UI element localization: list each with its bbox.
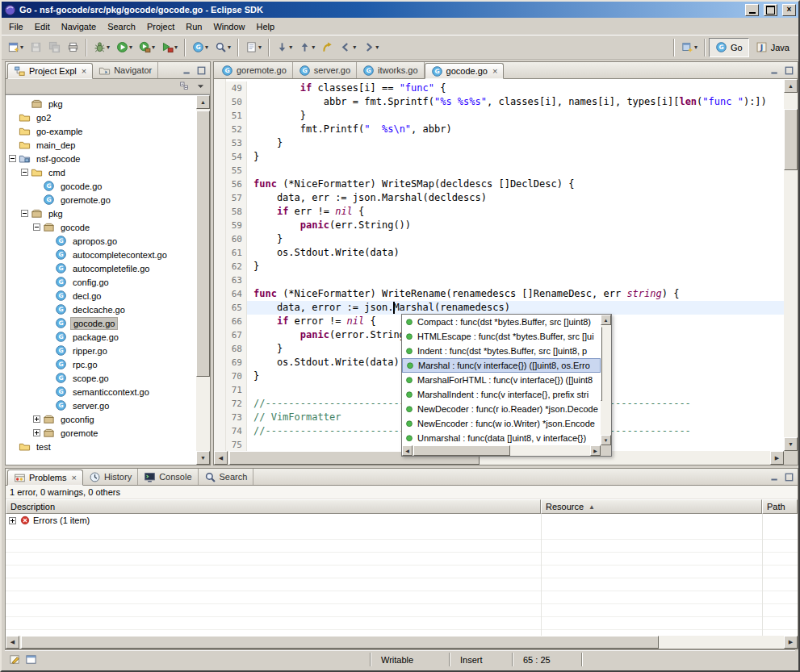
autocomplete-item[interactable]: MarshalForHTML : func(v interface{}) ([]… — [402, 373, 601, 387]
expand-box[interactable] — [33, 223, 40, 231]
scroll-right-icon[interactable]: ▶ — [770, 451, 784, 465]
code-line[interactable]: 64func (*NiceFormatter) WriteRename(rena… — [214, 287, 784, 301]
tree-item[interactable]: Grpc.go — [6, 357, 196, 371]
expand-box[interactable] — [9, 155, 16, 162]
debug-button[interactable]: ▾ — [90, 38, 113, 57]
new-go-element-button[interactable]: G▾ — [189, 38, 212, 57]
tree-item[interactable]: Gapropos.go — [6, 234, 196, 248]
dropdown-arrow-icon[interactable]: ▾ — [289, 44, 292, 51]
minimize-view-button[interactable] — [768, 65, 781, 77]
tree-item[interactable]: go-example — [6, 124, 196, 138]
tree-item[interactable]: Gautocompletecontext.go — [6, 248, 196, 261]
scroll-down-icon[interactable]: ▼ — [784, 437, 798, 451]
view-tab-project-expl[interactable]: Project Expl× — [7, 63, 93, 79]
view-tab-search[interactable]: Search — [199, 469, 254, 485]
code-line[interactable]: 61 os.Stdout.Write(data) — [214, 246, 784, 260]
view-menu-button[interactable] — [194, 80, 207, 92]
scroll-left-icon[interactable]: ◀ — [6, 636, 19, 649]
error-group-row[interactable]: Errors (1 item) — [6, 514, 798, 527]
tree-item[interactable]: pkg — [6, 207, 196, 220]
menu-project[interactable]: Project — [141, 19, 180, 34]
tree-item[interactable]: go2 — [6, 111, 196, 124]
tree-item[interactable]: Ggoremote.go — [6, 193, 196, 207]
dropdown-arrow-icon[interactable]: ▾ — [174, 44, 178, 51]
save-button[interactable] — [27, 38, 45, 57]
maximize-button[interactable] — [764, 4, 777, 16]
code-line[interactable]: 50 abbr = fmt.Sprintf("%s %s%s", classes… — [214, 95, 784, 109]
close-icon[interactable]: × — [71, 474, 76, 482]
popup-vertical-scrollbar[interactable]: ▲ ▼ — [601, 315, 611, 445]
editor-tab-server-go[interactable]: Gserver.go — [293, 62, 357, 78]
autocomplete-item[interactable]: Marshal : func(v interface{}) ([]uint8, … — [402, 358, 601, 373]
code-line[interactable]: 56func (*NiceFormatter) WriteSMap(declde… — [214, 177, 784, 191]
scrollbar-thumb[interactable] — [784, 109, 798, 170]
external-tools-button[interactable]: ▾ — [158, 38, 181, 57]
editor-vertical-scrollbar[interactable]: ▲ ▼ — [784, 79, 798, 451]
column-header-resource[interactable]: Resource▲ — [541, 499, 762, 514]
dropdown-arrow-icon[interactable]: ▾ — [107, 44, 110, 51]
tree-item[interactable]: Gpackage.go — [6, 330, 196, 344]
tree-item[interactable]: Gconfig.go — [6, 275, 196, 289]
code-line[interactable]: 59 panic(err.String()) — [214, 219, 784, 232]
previous-annotation-button[interactable]: ▾ — [295, 38, 318, 57]
expand-box[interactable] — [21, 210, 28, 217]
dropdown-arrow-icon[interactable]: ▾ — [694, 44, 697, 51]
scroll-up-icon[interactable]: ▲ — [784, 79, 798, 93]
minimize-view-button[interactable] — [180, 65, 193, 77]
explorer-scrollbar[interactable]: ▲ ▼ — [196, 95, 210, 465]
code-line[interactable]: 55 — [214, 164, 784, 177]
save-all-button[interactable] — [45, 38, 64, 57]
tree-item[interactable]: Ggocode.go — [6, 316, 196, 330]
code-line[interactable]: 51 } — [214, 109, 784, 123]
scroll-left-icon[interactable]: ◀ — [214, 451, 228, 465]
scrollbar-thumb[interactable] — [21, 636, 659, 649]
problems-horizontal-scrollbar[interactable]: ◀ ▶ — [6, 636, 798, 649]
code-line[interactable]: 62} — [214, 260, 784, 273]
print-button[interactable] — [64, 38, 82, 57]
menu-run[interactable]: Run — [180, 19, 207, 34]
autocomplete-item[interactable]: Unmarshal : func(data []uint8, v interfa… — [402, 431, 601, 445]
dropdown-arrow-icon[interactable]: ▾ — [228, 44, 231, 51]
expand-box[interactable] — [33, 415, 40, 423]
menu-help[interactable]: Help — [251, 19, 281, 34]
scroll-right-icon[interactable]: ▶ — [590, 445, 601, 456]
expand-box[interactable] — [33, 429, 40, 436]
tree-item[interactable]: test — [6, 440, 196, 453]
menu-search[interactable]: Search — [102, 19, 141, 34]
autocomplete-item[interactable]: MarshalIndent : func(v interface{}, pref… — [402, 387, 601, 402]
perspective-go[interactable]: GGo — [709, 38, 749, 57]
run-last-launched-button[interactable]: ▾ — [136, 38, 158, 57]
close-button[interactable]: × — [782, 4, 796, 16]
code-line[interactable]: 49 if classes[i] == "func" { — [214, 81, 784, 95]
window-icon[interactable] — [25, 653, 37, 666]
tree-item[interactable]: nsf-gocode — [6, 152, 196, 165]
tree-item[interactable]: Gripper.go — [6, 344, 196, 357]
new-wizard-button[interactable]: ▾ — [4, 38, 27, 57]
tree-item[interactable]: Gserver.go — [6, 399, 196, 412]
editor-tab-goremote-go[interactable]: Ggoremote.go — [216, 62, 293, 78]
run-button[interactable]: ▾ — [113, 38, 136, 57]
scroll-left-icon[interactable]: ◀ — [402, 445, 413, 456]
menu-navigate[interactable]: Navigate — [56, 19, 102, 34]
expand-box[interactable] — [21, 169, 28, 176]
minimize-button[interactable] — [745, 4, 759, 16]
dropdown-arrow-icon[interactable]: ▾ — [152, 44, 155, 51]
minimize-view-button[interactable] — [768, 471, 781, 483]
code-line[interactable]: 63 — [214, 273, 784, 287]
menu-file[interactable]: File — [3, 19, 29, 34]
scrollbar-thumb[interactable] — [196, 111, 210, 377]
search-button[interactable]: ▾ — [212, 38, 234, 57]
open-perspective-button[interactable]: ▾ — [678, 38, 701, 57]
close-icon[interactable]: × — [492, 67, 497, 76]
scrollbar-thumb[interactable] — [413, 445, 510, 456]
back-button[interactable]: ▾ — [337, 38, 359, 57]
editor-tab-itworks-go[interactable]: Gitworks.go — [357, 62, 425, 78]
code-line[interactable]: 52 fmt.Printf(" %s\n", abbr) — [214, 123, 784, 136]
code-line[interactable]: 58 if err != nil { — [214, 205, 784, 219]
dropdown-arrow-icon[interactable]: ▾ — [312, 44, 315, 51]
open-task-button[interactable]: ▾ — [242, 38, 265, 57]
tree-item[interactable]: Ggocode.go — [6, 179, 196, 193]
tree-item[interactable]: Gscope.go — [6, 371, 196, 385]
scroll-up-icon[interactable]: ▲ — [601, 315, 611, 325]
autocomplete-item[interactable]: NewEncoder : func(w io.Writer) *json.Enc… — [402, 416, 601, 431]
